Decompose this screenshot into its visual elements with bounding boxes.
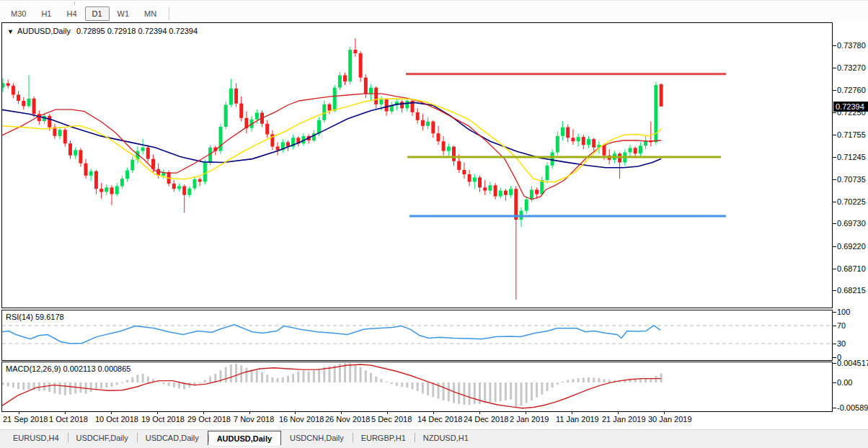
- price-axis-label: 0.71755: [837, 130, 866, 139]
- tab-audusd-daily[interactable]: AUDUSD,Daily: [208, 431, 281, 445]
- price-axis-label-tick: [833, 202, 836, 202]
- date-tick: [479, 412, 480, 414]
- tab-usdcad-daily[interactable]: USDCAD,Daily: [137, 430, 208, 445]
- price-axis-label-tick: [833, 90, 836, 91]
- chart-symbol-label: AUDUSD,Daily: [17, 27, 71, 35]
- rsi-axis-label-tick: [833, 326, 836, 326]
- candlestick-chart[interactable]: [2, 23, 832, 308]
- date-tick: [387, 412, 388, 414]
- macd-axis-label: -0.005899: [837, 403, 868, 412]
- macd-axis-label: 0.00: [837, 378, 852, 387]
- price-axis-label: 0.72760: [837, 86, 866, 94]
- date-label: 21 Sep 2018: [3, 415, 48, 424]
- date-tick: [65, 412, 66, 414]
- chart-ohlc-values: 0.72895 0.72918 0.72394 0.72394: [76, 27, 198, 35]
- toolbar-separator: [169, 7, 169, 20]
- date-tick: [111, 412, 112, 414]
- date-label: 16 Nov 2018: [279, 415, 324, 424]
- date-label: 24 Dec 2018: [464, 415, 508, 424]
- price-axis-label: 0.73270: [837, 63, 866, 72]
- rsi-axis-label: 70: [837, 321, 846, 330]
- price-axis-label: 0.69730: [837, 219, 866, 228]
- date-tick: [664, 412, 665, 414]
- price-axis-label-tick: [833, 179, 836, 180]
- macd-axis-label: 0.004517: [837, 359, 868, 367]
- ma-fast-yellow: [2, 99, 661, 182]
- date-tick: [526, 412, 526, 414]
- date-tick: [341, 412, 342, 414]
- price-axis-label: 0.69220: [837, 242, 866, 251]
- date-tick: [157, 412, 158, 414]
- price-axis-label-tick: [833, 135, 836, 135]
- rsi-axis-label-tick: [833, 357, 836, 358]
- date-label: 21 Jan 2019: [602, 415, 646, 424]
- date-label: 1 Oct 2018: [49, 415, 88, 424]
- current-price-box: 0.72394: [833, 102, 868, 112]
- date-label: 5 Dec 2018: [371, 415, 412, 424]
- candles-layer: [2, 38, 663, 300]
- tab-usdchf-daily[interactable]: USDCHF,Daily: [68, 430, 137, 445]
- date-label: 30 Jan 2019: [648, 415, 692, 424]
- mt4-window: M30H1H4D1W1MN ▼AUDUSD,Daily0.72895 0.729…: [0, 0, 868, 448]
- timeframe-toolbar: M30H1H4D1W1MN: [0, 5, 868, 22]
- timeframe-button-mn[interactable]: MN: [137, 6, 164, 21]
- macd-axis-label-tick: [833, 382, 836, 383]
- rsi-axis-label-tick: [833, 344, 836, 344]
- date-tick: [203, 412, 204, 414]
- rsi-chart[interactable]: [2, 310, 832, 360]
- date-label: 2 Jan 2019: [510, 415, 549, 424]
- date-label: 29 Oct 2018: [187, 415, 231, 424]
- chart-title: ▼AUDUSD,Daily0.72895 0.72918 0.72394 0.7…: [7, 27, 198, 35]
- rsi-axis-label-tick: [833, 312, 836, 313]
- date-label: 7 Nov 2018: [234, 415, 274, 424]
- rsi-pane[interactable]: [1, 310, 833, 361]
- date-label: 11 Jan 2019: [556, 415, 599, 424]
- price-axis-label: 0.70735: [837, 175, 866, 184]
- price-axis-label-tick: [833, 290, 836, 291]
- price-chart-pane[interactable]: [1, 22, 833, 308]
- timeframe-button-h1[interactable]: H1: [34, 6, 58, 21]
- tab-eurusd-h4[interactable]: EURUSD,H4: [4, 430, 68, 445]
- date-label: 26 Nov 2018: [325, 415, 370, 424]
- rsi-axis-label: 100: [837, 308, 850, 316]
- date-tick: [618, 412, 619, 414]
- bottom-strip: [0, 445, 868, 448]
- price-axis-label-tick: [833, 112, 836, 113]
- price-axis-label-tick: [833, 223, 836, 224]
- macd-axis-label-tick: [833, 408, 836, 408]
- price-axis-label-tick: [833, 246, 836, 247]
- toolbar-grip-strip: [0, 0, 868, 5]
- date-label: 10 Oct 2018: [95, 415, 138, 424]
- rsi-axis-label: 30: [837, 339, 846, 348]
- price-axis-label: 0.68215: [837, 286, 866, 295]
- timeframe-button-h4[interactable]: H4: [59, 6, 84, 21]
- price-axis-label: 0.71245: [837, 153, 866, 161]
- date-tick: [249, 412, 250, 414]
- rsi-line: [2, 325, 660, 344]
- price-axis-label-tick: [833, 68, 836, 68]
- tab-eurgbp-h1[interactable]: EURGBP,H1: [353, 430, 415, 445]
- date-label: 14 Dec 2018: [417, 415, 462, 424]
- date-tick: [295, 412, 296, 414]
- price-axis-label-tick: [833, 269, 836, 269]
- price-axis-label-tick: [833, 157, 836, 158]
- date-label: 19 Oct 2018: [141, 415, 185, 424]
- tab-usdcnh-daily[interactable]: USDCNH,Daily: [281, 430, 353, 445]
- price-axis-label: 0.73780: [837, 41, 866, 50]
- chart-dropdown-arrow-icon[interactable]: ▼: [7, 28, 14, 35]
- price-axis-label: 0.70225: [837, 197, 866, 206]
- timeframe-button-m30[interactable]: M30: [4, 6, 33, 21]
- date-tick: [19, 412, 19, 414]
- price-axis-label-tick: [833, 45, 836, 46]
- symbol-tab-bar: EURUSD,H4USDCHF,DailyUSDCAD,DailyAUDUSD,…: [0, 429, 868, 445]
- macd-axis-label-tick: [833, 363, 836, 364]
- date-tick: [572, 412, 572, 414]
- timeframe-button-w1[interactable]: W1: [110, 6, 137, 21]
- tab-nzdusd-h1[interactable]: NZDUSD,H1: [415, 430, 477, 445]
- price-axis-label: 0.68710: [837, 264, 866, 273]
- date-tick: [433, 412, 434, 414]
- macd-indicator-label: MACD(12,26,9) 0.002113 0.000865: [6, 364, 130, 373]
- timeframe-button-d1[interactable]: D1: [85, 6, 110, 21]
- rsi-indicator-label: RSI(14) 59.6178: [6, 313, 64, 321]
